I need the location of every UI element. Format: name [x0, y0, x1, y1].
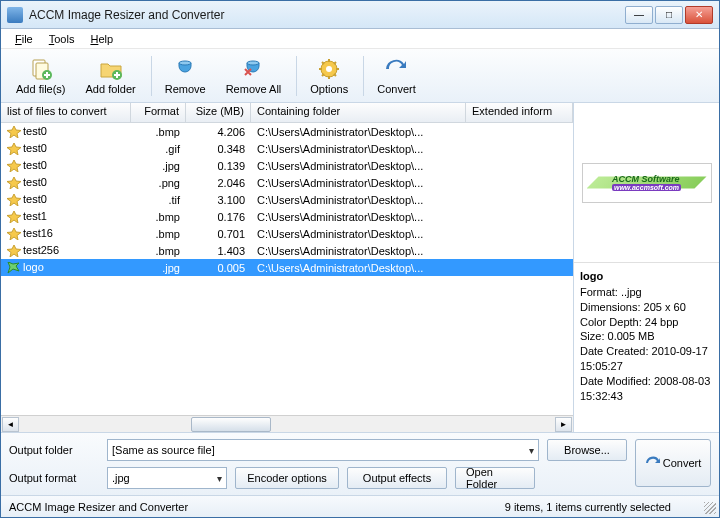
table-row[interactable]: test0.bmp4.206C:\Users\Administrator\Des…: [1, 123, 573, 140]
info-panel: logo Format: ..jpgDimensions: 205 x 60Co…: [574, 263, 719, 432]
remove-all-icon: [241, 57, 265, 81]
remove-icon: [173, 57, 197, 81]
info-line: Size: 0.005 MB: [580, 329, 713, 344]
table-row[interactable]: test0.tif3.100C:\Users\Administrator\Des…: [1, 191, 573, 208]
options-button[interactable]: Options: [301, 54, 357, 98]
titlebar: ACCM Image Resizer and Converter — □ ✕: [1, 1, 719, 29]
browse-button[interactable]: Browse...: [547, 439, 627, 461]
col-size[interactable]: Size (MB): [186, 103, 251, 122]
output-format-label: Output format: [9, 472, 99, 484]
file-icon: [7, 228, 21, 240]
col-format[interactable]: Format: [131, 103, 186, 122]
scroll-left-icon[interactable]: ◄: [2, 417, 19, 432]
add-files-button[interactable]: Add file(s): [7, 54, 75, 98]
file-icon: [7, 143, 21, 155]
file-icon: [7, 160, 21, 172]
table-row[interactable]: test0.png2.046C:\Users\Administrator\Des…: [1, 174, 573, 191]
resize-grip[interactable]: [704, 502, 716, 514]
output-folder-combo[interactable]: [Same as source file]: [107, 439, 539, 461]
maximize-button[interactable]: □: [655, 6, 683, 24]
file-icon: [7, 126, 21, 138]
table-row[interactable]: test0.gif0.348C:\Users\Administrator\Des…: [1, 140, 573, 157]
file-table: list of files to convert Format Size (MB…: [1, 103, 573, 432]
table-row[interactable]: test1.bmp0.176C:\Users\Administrator\Des…: [1, 208, 573, 225]
file-icon: [7, 262, 21, 274]
table-row[interactable]: logo.jpg0.005C:\Users\Administrator\Desk…: [1, 259, 573, 276]
svg-point-4: [179, 61, 191, 65]
close-button[interactable]: ✕: [685, 6, 713, 24]
table-header: list of files to convert Format Size (MB…: [1, 103, 573, 123]
add-files-icon: [29, 57, 53, 81]
info-line: Dimensions: 205 x 60: [580, 300, 713, 315]
convert-button[interactable]: Convert: [368, 54, 425, 98]
add-folder-icon: [99, 57, 123, 81]
minimize-button[interactable]: —: [625, 6, 653, 24]
table-body: test0.bmp4.206C:\Users\Administrator\Des…: [1, 123, 573, 415]
open-folder-button[interactable]: Open Folder: [455, 467, 535, 489]
toolbar-separator: [151, 56, 152, 96]
file-icon: [7, 211, 21, 223]
convert-icon: [384, 57, 408, 81]
info-line: Format: ..jpg: [580, 285, 713, 300]
info-file-name: logo: [580, 269, 713, 284]
preview-pane: ACCM Software www.accmsoft.com logo Form…: [573, 103, 719, 432]
preview-image: ACCM Software www.accmsoft.com: [582, 163, 712, 203]
file-icon: [7, 194, 21, 206]
status-left: ACCM Image Resizer and Converter: [9, 501, 505, 513]
options-icon: [317, 57, 341, 81]
scroll-thumb[interactable]: [191, 417, 271, 432]
file-icon: [7, 177, 21, 189]
output-format-combo[interactable]: .jpg: [107, 467, 227, 489]
add-folder-button[interactable]: Add folder: [77, 54, 145, 98]
col-file[interactable]: list of files to convert: [1, 103, 131, 122]
app-window: ACCM Image Resizer and Converter — □ ✕ F…: [0, 0, 720, 518]
info-line: Date Modified: 2008-08-03 15:32:43: [580, 374, 713, 404]
menu-file[interactable]: File: [7, 31, 41, 47]
toolbar-separator: [296, 56, 297, 96]
window-title: ACCM Image Resizer and Converter: [29, 8, 625, 22]
col-folder[interactable]: Containing folder: [251, 103, 466, 122]
table-row[interactable]: test16.bmp0.701C:\Users\Administrator\De…: [1, 225, 573, 242]
svg-point-7: [326, 66, 332, 72]
output-effects-button[interactable]: Output effects: [347, 467, 447, 489]
info-line: Date Created: 2010-09-17 15:05:27: [580, 344, 713, 374]
remove-button[interactable]: Remove: [156, 54, 215, 98]
status-right: 9 items, 1 items currently selected: [505, 501, 711, 513]
statusbar: ACCM Image Resizer and Converter 9 items…: [1, 495, 719, 517]
info-line: Color Depth: 24 bpp: [580, 315, 713, 330]
toolbar: Add file(s)Add folderRemoveRemove AllOpt…: [1, 49, 719, 103]
svg-point-5: [247, 61, 259, 65]
preview-image-area: ACCM Software www.accmsoft.com: [574, 103, 719, 263]
file-icon: [7, 245, 21, 257]
table-row[interactable]: test0.jpg0.139C:\Users\Administrator\Des…: [1, 157, 573, 174]
convert-icon: [645, 455, 661, 471]
bottom-panel: Output folder [Same as source file] Brow…: [1, 433, 719, 495]
convert-button[interactable]: Convert: [635, 439, 711, 487]
toolbar-separator: [363, 56, 364, 96]
encoder-options-button[interactable]: Encoder options: [235, 467, 339, 489]
table-row[interactable]: test256.bmp1.403C:\Users\Administrator\D…: [1, 242, 573, 259]
menu-help[interactable]: Help: [82, 31, 121, 47]
menu-tools[interactable]: Tools: [41, 31, 83, 47]
output-folder-label: Output folder: [9, 444, 99, 456]
col-extended[interactable]: Extended inform: [466, 103, 573, 122]
scroll-right-icon[interactable]: ►: [555, 417, 572, 432]
horizontal-scrollbar[interactable]: ◄ ►: [1, 415, 573, 432]
remove-all-button[interactable]: Remove All: [217, 54, 291, 98]
menubar: FileToolsHelp: [1, 29, 719, 49]
app-icon: [7, 7, 23, 23]
